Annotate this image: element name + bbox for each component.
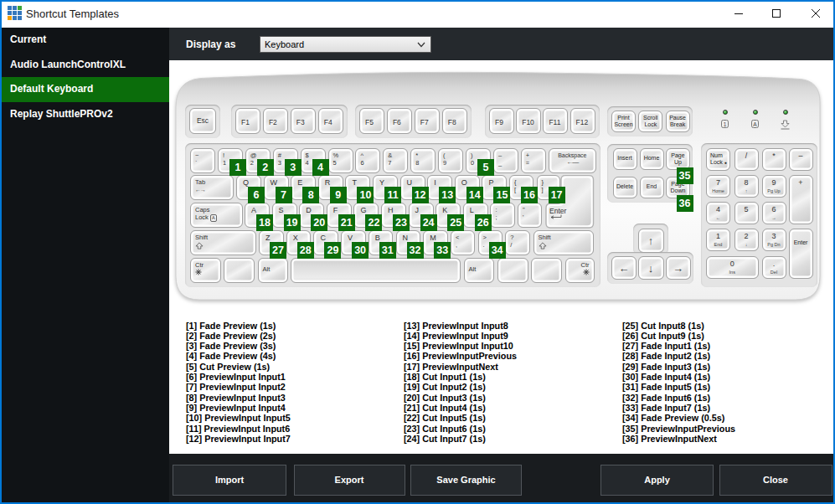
svg-text:Enter: Enter bbox=[549, 207, 566, 215]
